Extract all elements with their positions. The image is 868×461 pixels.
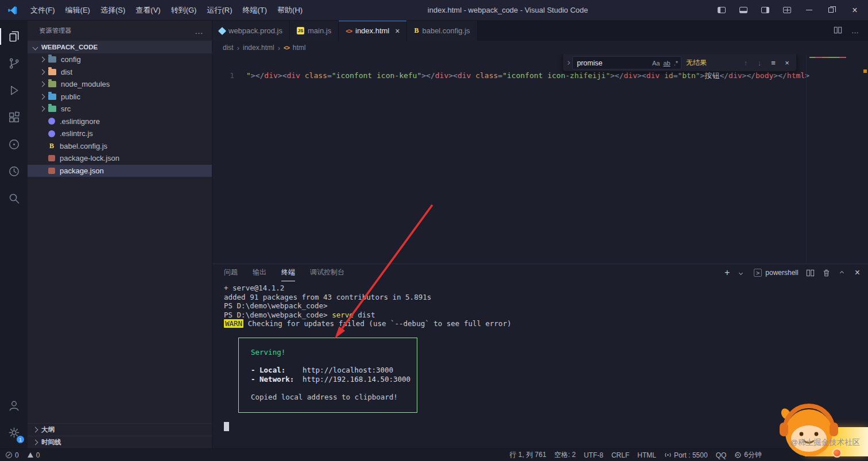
customize-layout-icon[interactable] xyxy=(776,0,798,20)
panel-tab-output[interactable]: 输出 xyxy=(253,264,266,281)
match-case-icon[interactable]: Aa xyxy=(650,59,661,67)
chevron-right-icon xyxy=(33,440,38,445)
file-label: config xyxy=(61,55,81,64)
outline-section[interactable]: 大纲 xyxy=(28,423,212,436)
toggle-sidebar-icon[interactable] xyxy=(711,0,733,20)
tab-title: babel.config.js xyxy=(422,26,470,35)
menu-terminal[interactable]: 终端(T) xyxy=(237,0,272,21)
whole-word-icon[interactable]: ab xyxy=(661,59,672,67)
toggle-secondary-sidebar-icon[interactable] xyxy=(754,0,776,20)
panel-tab-debug-console[interactable]: 调试控制台 xyxy=(310,264,344,281)
more-actions-icon[interactable]: … xyxy=(195,26,204,36)
find-input[interactable] xyxy=(577,59,650,67)
js-icon: JS xyxy=(297,27,304,34)
menu-goto[interactable]: 转到(G) xyxy=(166,0,202,21)
source-control-icon[interactable] xyxy=(0,50,28,77)
close-panel-icon[interactable]: × xyxy=(855,268,860,278)
close-icon[interactable]: × xyxy=(395,26,400,36)
terminal-dropdown-icon[interactable] xyxy=(739,270,743,274)
terminal-text: + serve@14.1.2 xyxy=(224,284,284,292)
timeline-section[interactable]: 时间线 xyxy=(28,436,212,448)
tree-file-babel-config-js[interactable]: Bbabel.config.js xyxy=(28,140,212,153)
extensions-icon[interactable] xyxy=(0,104,28,131)
terminal-output[interactable]: + serve@14.1.2added 91 packages from 43 … xyxy=(212,281,868,448)
panel-tab-problems[interactable]: 问题 xyxy=(224,264,238,281)
breadcrumb-html[interactable]: html xyxy=(293,44,306,52)
tree-folder-node-modules[interactable]: node_modules xyxy=(28,78,212,91)
minimize-button[interactable] xyxy=(798,0,820,20)
tree-file-package-lock-json[interactable]: package-lock.json xyxy=(28,152,212,165)
chevron-right-icon xyxy=(40,106,45,112)
status-live-server-port[interactable]: Port : 5500 xyxy=(660,451,712,459)
find-next-icon[interactable]: ↓ xyxy=(753,59,766,67)
minimap[interactable] xyxy=(806,55,868,264)
new-terminal-icon[interactable]: + xyxy=(724,268,730,278)
chevron-right-icon xyxy=(40,57,45,63)
sidebar-title: 资源管理器 xyxy=(39,26,72,35)
find-prev-icon[interactable]: ↑ xyxy=(739,59,753,67)
tree-file-package-json[interactable]: package.json xyxy=(28,165,212,177)
menu-run[interactable]: 运行(R) xyxy=(202,0,237,21)
run-debug-icon[interactable] xyxy=(0,77,28,104)
menu-edit[interactable]: 编辑(E) xyxy=(60,0,95,21)
tree-root-folder[interactable]: WEBPACK_CODE xyxy=(28,41,212,53)
terminal-text: dist xyxy=(354,311,375,319)
status-encoding[interactable]: UTF-8 xyxy=(580,451,607,459)
restore-button[interactable] xyxy=(820,0,842,20)
status-language-mode[interactable]: HTML xyxy=(633,451,660,459)
status-qq[interactable]: QQ xyxy=(712,451,731,459)
status-eol[interactable]: CRLF xyxy=(607,451,633,459)
tab-babel-config-js[interactable]: Bbabel.config.js xyxy=(407,21,477,41)
breadcrumb: dist›index.html›<>html xyxy=(212,41,868,55)
code-editor[interactable]: Aa ab .* 无结果 ↑ ↓ ≡ × 1"></div><div class… xyxy=(212,55,868,264)
find-in-selection-icon[interactable]: ≡ xyxy=(766,59,780,67)
tab-index-html[interactable]: <>index.html× xyxy=(339,21,407,41)
kill-terminal-icon[interactable] xyxy=(822,269,831,277)
status-label: 空格: 2 xyxy=(555,450,576,460)
remote-explorer-icon[interactable] xyxy=(0,131,28,158)
tree-folder-config[interactable]: config xyxy=(28,53,212,66)
tree-folder-public[interactable]: public xyxy=(28,91,212,103)
terminal-instance-powershell[interactable]: > powershell xyxy=(754,269,798,277)
menu-file[interactable]: 文件(F) xyxy=(25,0,60,21)
maximize-panel-icon[interactable] xyxy=(840,270,844,274)
terminal-text: serve xyxy=(332,311,354,319)
more-editor-actions-icon[interactable]: … xyxy=(851,26,859,35)
status-indentation[interactable]: 空格: 2 xyxy=(551,450,580,460)
close-window-button[interactable]: × xyxy=(842,0,868,20)
html-icon: <> xyxy=(346,28,352,34)
settings-gear-icon[interactable]: 1 xyxy=(0,419,28,446)
network-url[interactable]: http://192.168.14.50:3000 xyxy=(303,375,410,383)
activity-bar-bottom: 1 xyxy=(0,392,28,448)
menu-bar: 文件(F)编辑(E)选择(S)查看(V)转到(G)运行(R)终端(T)帮助(H) xyxy=(25,0,308,21)
find-close-icon[interactable]: × xyxy=(780,59,794,67)
status-cursor-position[interactable]: 行 1, 列 761 xyxy=(506,450,551,460)
explorer-icon[interactable] xyxy=(0,23,28,50)
tree-folder-dist[interactable]: dist xyxy=(28,66,212,79)
breadcrumb-dist[interactable]: dist xyxy=(223,44,234,52)
split-editor-icon[interactable] xyxy=(834,26,842,36)
tree-file-eslintignore[interactable]: .eslintignore xyxy=(28,115,212,128)
menu-help[interactable]: 帮助(H) xyxy=(272,0,308,21)
breadcrumb-index-html[interactable]: index.html xyxy=(243,44,274,52)
split-terminal-icon[interactable] xyxy=(806,269,815,277)
find-expand-icon[interactable] xyxy=(563,55,572,71)
status-timer[interactable]: 6分钟 xyxy=(730,450,766,460)
eslint-icon xyxy=(48,118,55,125)
toggle-panel-icon[interactable] xyxy=(733,0,754,20)
terminal-line: + serve@14.1.2 xyxy=(224,284,868,293)
editor-tab-bar: webpack.prod.jsJSmain.js<>index.html×Bba… xyxy=(212,21,868,41)
regex-icon[interactable]: .* xyxy=(672,59,680,67)
account-icon[interactable] xyxy=(0,392,28,419)
panel-tab-terminal[interactable]: 终端 xyxy=(281,264,295,281)
local-url[interactable]: http://localhost:3000 xyxy=(303,366,393,374)
problems-indicator[interactable]: 0 0 xyxy=(6,451,40,459)
tab-webpack-prod-js[interactable]: webpack.prod.js xyxy=(212,21,290,41)
search-icon[interactable] xyxy=(0,185,28,212)
tree-folder-src[interactable]: src xyxy=(28,103,212,115)
tab-main-js[interactable]: JSmain.js xyxy=(290,21,339,41)
menu-selection[interactable]: 选择(S) xyxy=(95,0,130,21)
menu-view[interactable]: 查看(V) xyxy=(130,0,165,21)
history-icon[interactable] xyxy=(0,158,28,185)
tree-file-eslintrc-js[interactable]: .eslintrc.js xyxy=(28,127,212,140)
